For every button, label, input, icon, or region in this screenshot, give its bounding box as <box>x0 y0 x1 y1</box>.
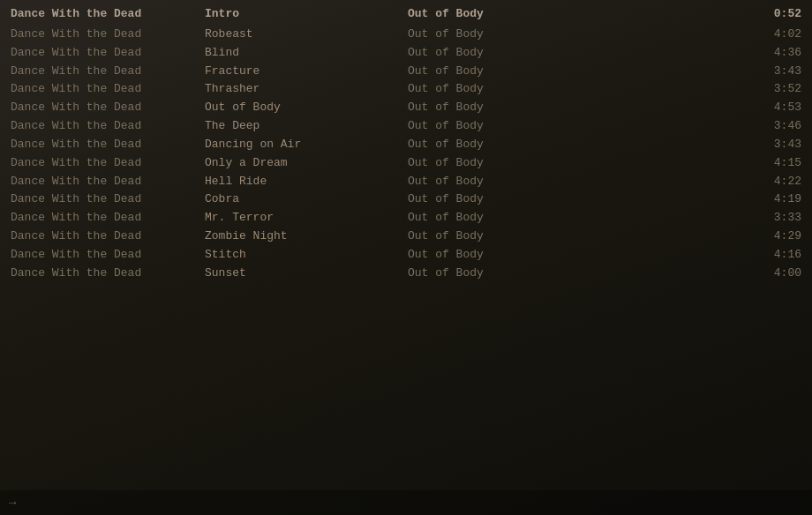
track-duration: 4:36 <box>584 45 801 62</box>
track-title: Dancing on Air <box>205 137 408 153</box>
track-row[interactable]: Dance With the DeadHell RideOut of Body4… <box>0 173 812 191</box>
track-row[interactable]: Dance With the DeadRobeastOut of Body4:0… <box>0 26 812 44</box>
track-album: Out of Body <box>408 155 584 172</box>
track-title: Stitch <box>205 247 408 264</box>
track-artist: Dance With the Dead <box>11 228 205 245</box>
track-album: Out of Body <box>408 118 584 135</box>
track-duration: 3:52 <box>584 81 801 98</box>
track-artist: Dance With the Dead <box>11 210 205 227</box>
track-album: Out of Body <box>408 26 584 43</box>
track-row[interactable]: Dance With the DeadCobraOut of Body4:19 <box>0 190 812 209</box>
track-row[interactable]: Dance With the DeadDancing on AirOut of … <box>0 136 812 154</box>
track-title: The Deep <box>205 118 408 135</box>
header-artist: Dance With the Dead <box>11 6 205 23</box>
track-artist: Dance With the Dead <box>11 155 205 172</box>
track-album: Out of Body <box>408 191 584 208</box>
track-album: Out of Body <box>408 210 584 227</box>
track-duration: 4:16 <box>584 247 801 264</box>
track-artist: Dance With the Dead <box>11 63 205 80</box>
track-duration: 4:15 <box>584 155 801 172</box>
header-title: Intro <box>205 6 408 23</box>
arrow-icon: → <box>9 496 16 510</box>
track-title: Hell Ride <box>205 174 408 190</box>
track-title: Sunset <box>205 265 408 282</box>
header-album: Out of Body <box>408 6 584 23</box>
track-title: Mr. Terror <box>205 210 408 227</box>
track-list: Dance With the Dead Intro Out of Body 0:… <box>0 0 812 288</box>
track-album: Out of Body <box>408 100 584 116</box>
track-artist: Dance With the Dead <box>11 26 205 43</box>
track-artist: Dance With the Dead <box>11 174 205 190</box>
track-album: Out of Body <box>408 45 584 62</box>
track-album: Out of Body <box>408 247 584 264</box>
bottom-bar: → <box>0 490 812 515</box>
track-duration: 4:00 <box>584 265 801 282</box>
track-row[interactable]: Dance With the DeadZombie NightOut of Bo… <box>0 228 812 246</box>
track-artist: Dance With the Dead <box>11 247 205 264</box>
track-row[interactable]: Dance With the DeadThrasherOut of Body3:… <box>0 80 812 99</box>
track-row[interactable]: Dance With the DeadSunsetOut of Body4:00 <box>0 265 812 283</box>
track-row[interactable]: Dance With the DeadOut of BodyOut of Bod… <box>0 99 812 117</box>
track-list-header: Dance With the Dead Intro Out of Body 0:… <box>0 5 812 24</box>
track-row[interactable]: Dance With the DeadOnly a DreamOut of Bo… <box>0 154 812 173</box>
track-row[interactable]: Dance With the DeadMr. TerrorOut of Body… <box>0 209 812 228</box>
track-album: Out of Body <box>408 137 584 153</box>
track-title: Out of Body <box>205 100 408 116</box>
track-artist: Dance With the Dead <box>11 45 205 62</box>
track-artist: Dance With the Dead <box>11 118 205 135</box>
track-duration: 4:02 <box>584 26 801 43</box>
track-duration: 3:43 <box>584 63 801 80</box>
track-row[interactable]: Dance With the DeadThe DeepOut of Body3:… <box>0 117 812 136</box>
track-artist: Dance With the Dead <box>11 137 205 153</box>
track-row[interactable]: Dance With the DeadFractureOut of Body3:… <box>0 63 812 81</box>
track-duration: 4:22 <box>584 174 801 190</box>
track-artist: Dance With the Dead <box>11 191 205 208</box>
track-duration: 4:29 <box>584 228 801 245</box>
track-title: Zombie Night <box>205 228 408 245</box>
track-duration: 4:53 <box>584 100 801 116</box>
track-title: Cobra <box>205 191 408 208</box>
track-title: Only a Dream <box>205 155 408 172</box>
track-album: Out of Body <box>408 174 584 190</box>
track-artist: Dance With the Dead <box>11 81 205 98</box>
track-album: Out of Body <box>408 265 584 282</box>
track-album: Out of Body <box>408 81 584 98</box>
track-row[interactable]: Dance With the DeadStitchOut of Body4:16 <box>0 246 812 265</box>
track-duration: 3:43 <box>584 137 801 153</box>
track-row[interactable]: Dance With the DeadBlindOut of Body4:36 <box>0 44 812 63</box>
track-title: Thrasher <box>205 81 408 98</box>
track-duration: 4:19 <box>584 191 801 208</box>
track-album: Out of Body <box>408 228 584 245</box>
track-artist: Dance With the Dead <box>11 100 205 116</box>
track-duration: 3:46 <box>584 118 801 135</box>
track-artist: Dance With the Dead <box>11 265 205 282</box>
track-album: Out of Body <box>408 63 584 80</box>
track-title: Blind <box>205 45 408 62</box>
header-duration: 0:52 <box>584 6 801 23</box>
track-title: Robeast <box>205 26 408 43</box>
track-title: Fracture <box>205 63 408 80</box>
track-duration: 3:33 <box>584 210 801 227</box>
